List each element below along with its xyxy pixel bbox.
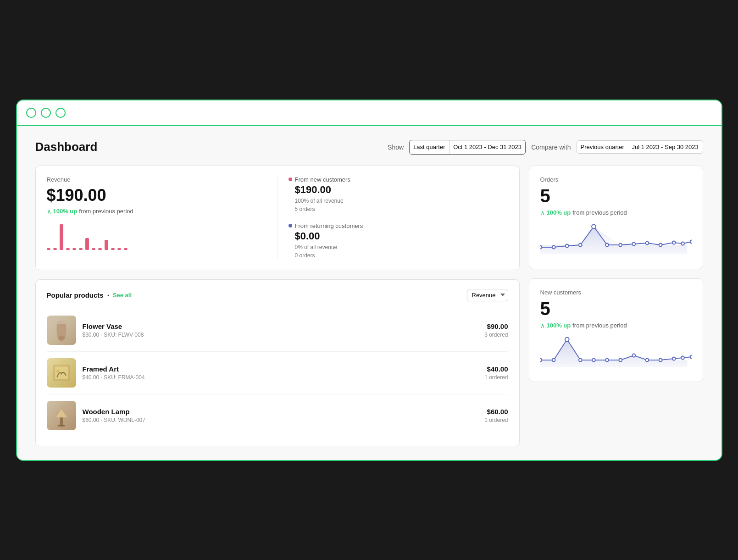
orders-label: Orders xyxy=(540,176,692,183)
framed-art-stats: $40.00 1 ordered xyxy=(484,365,508,381)
nc-dot xyxy=(645,358,649,361)
svg-point-1 xyxy=(58,336,65,340)
revenue-value: $190.00 xyxy=(47,186,268,205)
product-row: Wooden Lamp $60.00 · SKU: WDNL-007 $60.0… xyxy=(47,394,508,437)
orders-dot xyxy=(565,244,568,247)
bar-3 xyxy=(60,224,63,250)
header-controls: Show Last quarter This month Last month … xyxy=(388,140,703,155)
bar-1 xyxy=(47,248,50,250)
nc-dot-peak xyxy=(565,337,569,341)
orders-chart xyxy=(540,222,692,259)
new-customers-trend-label: from previous period xyxy=(572,322,627,329)
show-select-group[interactable]: Last quarter This month Last month Oct 1… xyxy=(409,140,526,155)
from-new-customers: From new customers $190.00 100% of all r… xyxy=(289,176,508,213)
flower-vase-thumbnail xyxy=(47,316,76,345)
nc-dot xyxy=(540,358,542,361)
nc-dot xyxy=(681,356,684,359)
new-customers-line-chart-svg xyxy=(540,335,692,371)
wooden-lamp-thumbnail xyxy=(47,401,76,430)
orders-trend: ∧ 100% up from previous period xyxy=(540,209,692,216)
right-column: Orders 5 ∧ 100% up from previous period xyxy=(529,166,703,446)
from-returning-customers: From returning customers $0.00 0% of all… xyxy=(289,222,508,260)
orders-dot-peak xyxy=(592,224,596,228)
from-returning-label: From returning customers xyxy=(295,222,363,229)
new-customers-label: New customers xyxy=(540,289,692,296)
dashboard-header: Dashboard Show Last quarter This month L… xyxy=(35,140,703,155)
orders-dot xyxy=(632,242,635,245)
revenue-bar-chart xyxy=(47,222,268,250)
nc-dot xyxy=(690,355,691,358)
nc-dot xyxy=(632,354,635,357)
from-returning-detail-2: 0 orders xyxy=(295,252,315,259)
compare-select-group[interactable]: Previous quarter Previous year Jul 1 202… xyxy=(577,140,703,154)
orders-value: 5 xyxy=(540,186,692,206)
bar-9 xyxy=(98,248,102,250)
wooden-lamp-ordered: 1 ordered xyxy=(484,417,508,423)
nc-dot xyxy=(672,357,675,360)
from-new-detail-2: 5 orders xyxy=(295,206,315,212)
new-customers-value: 5 xyxy=(540,299,692,319)
returning-customers-dot xyxy=(289,224,292,227)
flower-vase-info: Flower Vase $30.00 · SKU: FLWV-008 xyxy=(83,322,478,338)
orders-card: Orders 5 ∧ 100% up from previous period xyxy=(529,166,703,269)
wooden-lamp-sku: $60.00 · SKU: WDNL-007 xyxy=(83,417,478,423)
framed-art-price: $40.00 xyxy=(484,365,508,373)
wooden-lamp-name: Wooden Lamp xyxy=(83,408,478,416)
framed-art-sku: $40.00 · SKU: FRMA-004 xyxy=(83,374,478,381)
flower-vase-ordered: 3 ordered xyxy=(484,332,508,338)
framed-art-info: Framed Art $40.00 · SKU: FRMA-004 xyxy=(83,365,478,381)
new-customers-card: New customers 5 ∧ 100% up from previous … xyxy=(529,278,703,382)
from-returning-header: From returning customers xyxy=(289,222,508,229)
bar-8 xyxy=(92,248,95,250)
svg-marker-9 xyxy=(540,339,687,367)
compare-date-select[interactable]: Jul 1 2023 - Sep 30 2023 xyxy=(628,141,703,153)
bar-4 xyxy=(66,248,70,250)
revenue-left: Revenue $190.00 ∧ 100% up from previous … xyxy=(47,176,277,260)
orders-dot xyxy=(681,242,684,245)
compare-period-select[interactable]: Previous quarter Previous year xyxy=(577,141,628,153)
show-label: Show xyxy=(388,144,404,151)
browser-dot-1 xyxy=(26,108,36,118)
nc-dot xyxy=(619,358,622,361)
orders-line-chart-svg xyxy=(540,222,692,259)
wooden-lamp-price: $60.00 xyxy=(484,408,508,416)
revenue-trend: ∧ 100% up from previous period xyxy=(47,208,268,215)
flower-vase-price: $90.00 xyxy=(484,322,508,330)
show-period-select[interactable]: Last quarter This month Last month xyxy=(410,141,449,153)
browser-dot-2 xyxy=(41,108,51,118)
show-date-select[interactable]: Oct 1 2023 - Dec 31 2023 xyxy=(449,141,525,153)
nc-dot xyxy=(552,358,555,361)
orders-dot xyxy=(690,240,691,243)
flower-vase-sku: $30.00 · SKU: FLWV-008 xyxy=(83,332,478,338)
bar-6 xyxy=(79,248,83,250)
revenue-right: From new customers $190.00 100% of all r… xyxy=(277,176,508,260)
revenue-trend-pct: 100% up xyxy=(53,208,78,215)
orders-dot xyxy=(659,243,662,246)
from-returning-detail: 0% of all revenue 0 orders xyxy=(295,243,508,260)
product-row: Flower Vase $30.00 · SKU: FLWV-008 $90.0… xyxy=(47,309,508,351)
revenue-card: Revenue $190.00 ∧ 100% up from previous … xyxy=(35,166,520,270)
popular-filter-select[interactable]: Revenue Units sold xyxy=(467,289,508,301)
orders-dot xyxy=(645,241,649,244)
wooden-lamp-info: Wooden Lamp $60.00 · SKU: WDNL-007 xyxy=(83,408,478,423)
framed-art-thumbnail xyxy=(47,358,76,388)
orders-dot xyxy=(619,243,622,246)
new-customers-trend: ∧ 100% up from previous period xyxy=(540,322,692,329)
from-returning-detail-1: 0% of all revenue xyxy=(295,244,338,250)
from-new-detail-1: 100% of all revenue xyxy=(295,198,344,204)
from-new-detail: 100% of all revenue 5 orders xyxy=(295,197,508,213)
orders-dot xyxy=(605,243,609,246)
from-new-value: $190.00 xyxy=(295,184,508,196)
bar-2 xyxy=(53,248,57,250)
popular-products-header: Popular products · See all Revenue Units… xyxy=(47,289,508,301)
framed-art-name: Framed Art xyxy=(83,365,478,373)
separator: · xyxy=(107,291,109,299)
from-new-label: From new customers xyxy=(295,176,350,183)
orders-dot xyxy=(672,241,675,244)
new-customers-chart xyxy=(540,335,692,371)
flower-vase-name: Flower Vase xyxy=(83,322,478,330)
nc-dot xyxy=(605,358,609,361)
see-all-link[interactable]: See all xyxy=(113,292,132,299)
framed-art-ordered: 1 ordered xyxy=(484,374,508,381)
revenue-label: Revenue xyxy=(47,176,268,183)
